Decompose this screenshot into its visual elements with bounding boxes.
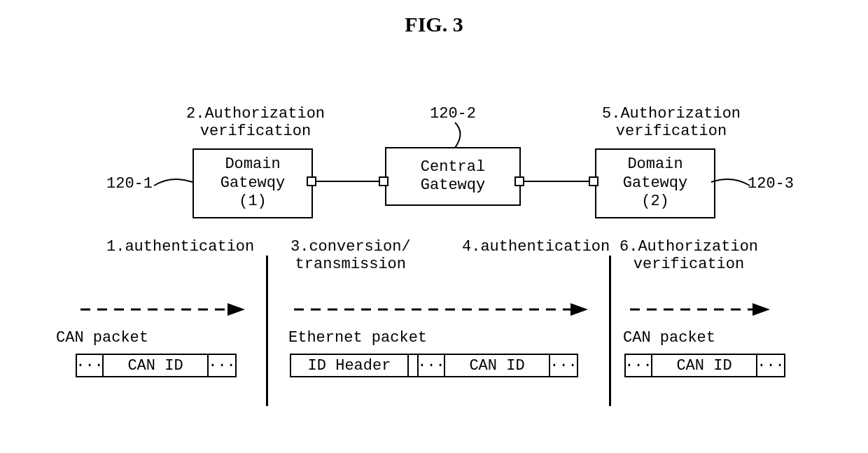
step-5-label: 5.Authorization verification xyxy=(602,105,741,141)
leader-120-2 xyxy=(448,123,469,151)
ethernet-packet: ID Header ··· CAN ID ··· xyxy=(290,354,578,377)
leader-120-3 xyxy=(711,175,753,196)
eth-can-id: CAN ID xyxy=(445,354,550,377)
step-3-label: 3.conversion/ transmission xyxy=(290,238,411,274)
can-packet-1: ··· CAN ID ··· xyxy=(76,354,237,377)
can1-ellipsis-r: ··· xyxy=(209,354,237,377)
port-dg2-left xyxy=(589,176,598,186)
ref-120-2: 120-2 xyxy=(430,105,476,123)
eth-gap xyxy=(409,354,417,377)
arrow-can-1 xyxy=(80,301,245,318)
central-gateway-box: Central Gatewqy xyxy=(385,147,521,206)
can2-ellipsis-r: ··· xyxy=(757,354,785,377)
svg-marker-3 xyxy=(570,303,588,316)
can2-ellipsis-l: ··· xyxy=(624,354,652,377)
port-cg-left xyxy=(379,176,388,186)
svg-marker-5 xyxy=(752,303,770,316)
can-packet-2-label: CAN packet xyxy=(623,329,715,347)
step-6-label: 6.Authorization verification xyxy=(620,238,758,274)
can2-id: CAN ID xyxy=(652,354,757,377)
step-1-label: 1.authentication xyxy=(106,238,254,256)
can1-id: CAN ID xyxy=(104,354,209,377)
arrow-ethernet xyxy=(294,301,588,318)
eth-can-ellipsis-l: ··· xyxy=(417,354,445,377)
eth-id-header: ID Header xyxy=(290,354,409,377)
domain-gateway-1-box: Domain Gatewqy (1) xyxy=(192,148,313,218)
can-packet-1-label: CAN packet xyxy=(56,329,148,347)
can-packet-2: ··· CAN ID ··· xyxy=(624,354,785,377)
connector-cg-dg2 xyxy=(524,181,589,182)
vline-2 xyxy=(609,256,611,406)
connector-dg1-cg xyxy=(316,181,379,182)
can1-ellipsis-l: ··· xyxy=(76,354,104,377)
vline-1 xyxy=(266,256,268,406)
step-4-label: 4.authentication xyxy=(462,238,610,256)
leader-120-1 xyxy=(154,175,196,196)
port-cg-right xyxy=(514,176,524,186)
ref-120-3: 120-3 xyxy=(748,175,794,193)
eth-can-ellipsis-r: ··· xyxy=(550,354,578,377)
arrow-can-2 xyxy=(630,301,770,318)
port-dg1-right xyxy=(307,176,316,186)
figure-title: FIG. 3 xyxy=(0,13,868,36)
svg-marker-1 xyxy=(227,303,245,316)
ethernet-packet-label: Ethernet packet xyxy=(288,329,427,347)
ref-120-1: 120-1 xyxy=(106,175,153,193)
domain-gateway-2-box: Domain Gatewqy (2) xyxy=(595,148,715,218)
diagram-canvas: FIG. 3 2.Authorization verification 5.Au… xyxy=(0,0,868,453)
step-2-label: 2.Authorization verification xyxy=(186,105,325,141)
